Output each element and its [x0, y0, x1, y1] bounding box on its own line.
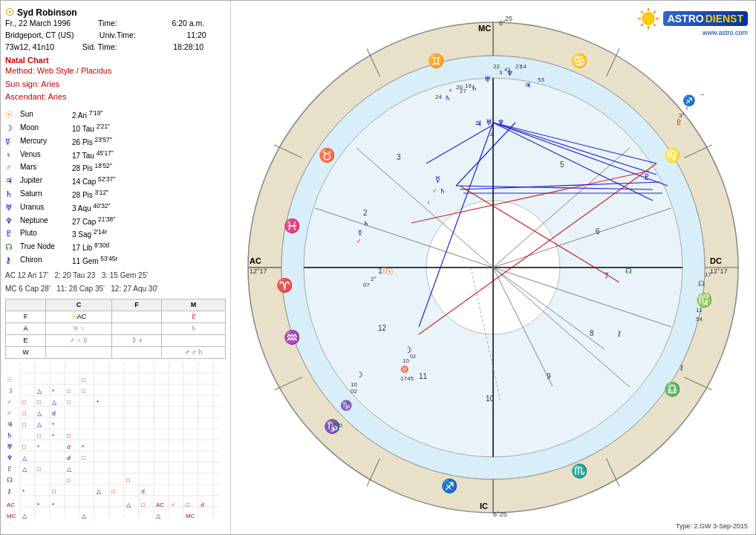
svg-text:♊: ♊ [428, 53, 445, 69]
svg-text:△: △ [126, 502, 131, 508]
sid-label: Sid. Time: [82, 42, 140, 54]
svg-text:*: * [52, 388, 54, 395]
truenode-min2: 54 [696, 316, 703, 322]
planet-pos-mars: 28 Pis 18'52" [72, 161, 112, 175]
svg-text:△: △ [67, 466, 72, 473]
pluto-inner-sym: ♇ [643, 172, 651, 181]
svg-text:□: □ [67, 477, 71, 484]
planet-row: ♄ Saturn 28 Pis 3'12" [5, 188, 226, 201]
svg-text:♌: ♌ [664, 147, 681, 163]
svg-text:□: □ [22, 444, 26, 450]
planet-pos-chiron: 11 Gem 53'45r [72, 254, 117, 268]
svg-text:*: * [52, 432, 54, 439]
svg-text:☌: ☌ [67, 444, 71, 450]
name-text: Syd Robinson [17, 7, 77, 18]
chart-title: Natal Chart [5, 56, 226, 65]
jupiter-zodiac: ♃ [524, 81, 531, 89]
house-2: 2: 20 Tau 23 [54, 271, 95, 279]
dignity-table: C F M F ☉AC ♇ A ♃ ♀ ♄ E ♂ ♀ ☿ ☽ ♀ [5, 299, 226, 359]
planet-pos-uranus: 3 Aqu 40'32" [72, 201, 110, 215]
svg-text:*: * [37, 502, 39, 508]
svg-text:□: □ [67, 388, 71, 395]
mars-inner-sym: ♂ [432, 187, 437, 195]
main-container: ☉ Syd Robinson Fr., 22 March 1996 Time: … [0, 0, 756, 535]
svg-text:△: △ [22, 513, 27, 519]
planet-name-uranus: Uranus [20, 201, 71, 215]
taurus-min-inner: 45 [407, 375, 414, 382]
house-num-3: 3 [397, 153, 401, 161]
astro-dienst-logo: ASTRO DIENST [663, 11, 748, 26]
saturn-inner: ♄ [363, 220, 369, 227]
svg-text:☉: ☉ [7, 376, 13, 383]
house-num-12: 12 [378, 324, 387, 332]
svg-text:MC: MC [7, 513, 16, 519]
planet-pos-venus: 17 Tau 45'17" [72, 149, 114, 162]
person-name: ☉ Syd Robinson [5, 7, 226, 18]
moon-planet-sym: ☽ [5, 122, 19, 135]
house-11: 11: 28 Cap 35' [56, 285, 105, 293]
house-num-6: 6 [596, 227, 600, 236]
svg-text:□: □ [186, 502, 189, 508]
uranus-inner-sym: ♅ [486, 118, 492, 126]
chart-area: ASTRO DIENST www.astro.com Type: 2.GW 3-… [231, 1, 755, 534]
svg-text:MC: MC [186, 513, 195, 519]
planet-pos-truenode: 17 Lib 8'30d [72, 241, 109, 254]
moon-inner-deg: 10 [403, 357, 409, 364]
svg-text:☊: ☊ [7, 476, 13, 484]
planet-row: ☿ Mercury 26 Pis 23'57" [5, 135, 226, 149]
svg-text:□: □ [37, 399, 41, 406]
svg-text:□: □ [22, 399, 26, 406]
planet-row: ♅ Uranus 3 Aqu 40'32" [5, 201, 226, 215]
svg-text:AC: AC [7, 502, 15, 508]
svg-text:*: * [97, 399, 99, 406]
svg-text:→: → [698, 90, 706, 98]
svg-text:△: △ [37, 421, 42, 428]
svg-text:△: △ [37, 388, 42, 395]
chiron-planet-sym: ⚷ [5, 254, 19, 268]
svg-text:♐: ♐ [682, 94, 696, 107]
planet-row: ☽ Moon 10 Tau 2'21" [5, 122, 226, 135]
svg-text:□: □ [22, 410, 26, 417]
svg-text:☌: ☌ [67, 455, 71, 461]
svg-text:♎: ♎ [664, 381, 681, 398]
svg-text:♈: ♈ [276, 277, 293, 294]
header-info: ☉ Syd Robinson Fr., 22 March 1996 Time: … [5, 7, 226, 53]
truenode-planet-sym: ☊ [5, 241, 19, 254]
sun-symbol: ☉ [5, 7, 14, 18]
coords-grid: 73w12, 41n10 Sid. Time: 18:28:10 [5, 42, 226, 54]
moon-inner-min: 02 [410, 354, 416, 359]
truenode-deg-label: 17 [705, 271, 711, 278]
jupiter-inner-sym: ♃ [475, 119, 482, 128]
sun-deg: 2° [371, 276, 377, 282]
svg-text:⚷: ⚷ [7, 487, 12, 495]
svg-text:☌: ☌ [141, 488, 145, 495]
house-3: 3: 15 Gem 25' [102, 271, 149, 279]
dc-label: DC [710, 256, 722, 265]
svg-text:♆: ♆ [7, 454, 13, 461]
planet-name-mercury: Mercury [20, 135, 71, 149]
svg-text:♓: ♓ [284, 218, 301, 234]
house-num-11: 11 [419, 372, 428, 380]
svg-text:☌: ☌ [201, 502, 204, 508]
type-label: Type: 2.GW 3-Sep-2015 [676, 522, 748, 530]
pluto-planet-sym: ♇ [5, 227, 19, 241]
aspect-grid: ☉ ☽ ♂ ♂ ♃ ♄ ♅ ♆ ♇ ☊ ⚷ □ △ * □ □ △ [5, 362, 226, 527]
svg-text:♇: ♇ [7, 465, 13, 473]
planet-row: ♆ Neptune 27 Cap 21'38" [5, 215, 226, 228]
left-panel: ☉ Syd Robinson Fr., 22 March 1996 Time: … [1, 1, 231, 534]
svg-text:△: △ [52, 399, 57, 406]
planet-name-chiron: Chiron [20, 254, 71, 268]
planet-pos-mercury: 26 Pis 23'57" [72, 135, 112, 149]
svg-text:△: △ [82, 513, 87, 519]
planet-row: ⚷ Chiron 11 Gem 53'45r [5, 254, 226, 268]
house-num-4: 4 [490, 131, 495, 139]
svg-text:□: □ [82, 455, 85, 461]
birth-date: Fr., 22 March 1996 [5, 18, 92, 30]
sun-min: 07 [363, 282, 370, 288]
svg-point-88 [642, 13, 654, 25]
taurus-sym-inner: ♉ [400, 365, 409, 374]
neptune-planet-sym: ♆ [5, 215, 19, 228]
planet-row: ♀ Venus 17 Tau 45'17" [5, 149, 226, 162]
planet-name-jupiter: Jupiter [20, 175, 71, 188]
dc-deg: 12°17 [710, 268, 728, 275]
